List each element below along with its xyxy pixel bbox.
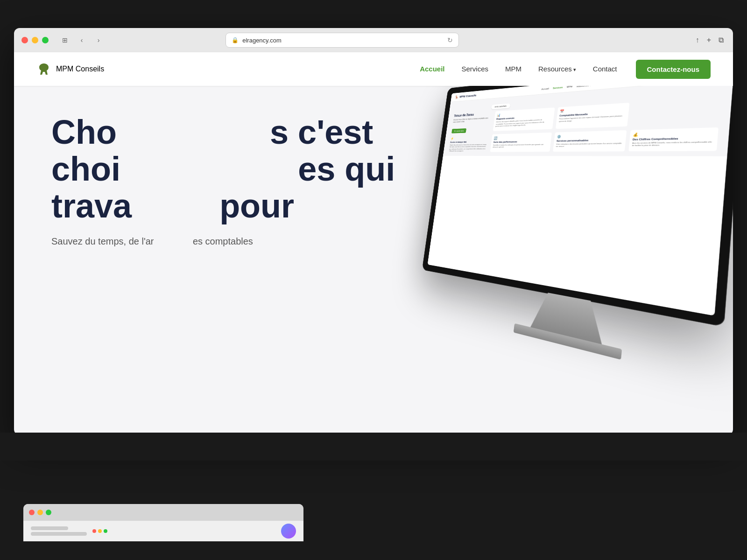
hero-title: Choisis MPM s c'est choisir des genes qu…: [51, 114, 395, 225]
inner-link-services: Services: [553, 86, 563, 90]
nav-link-contact[interactable]: Contact: [593, 65, 617, 73]
traffic-lights: [21, 37, 49, 43]
inner-logo-text: MPM Conseils: [459, 94, 477, 98]
monitor-mockup: 🦌 MPM Conseils Accueil Services MPM Reso…: [388, 86, 733, 417]
inner-link-mpm: MPM: [567, 86, 573, 89]
inner-service-chiffres: 💰 Des Chiffres Compréhensibles Avec les …: [628, 127, 719, 152]
second-dot-yellow: [98, 529, 102, 533]
second-dot-green: [104, 529, 107, 533]
second-browser-titlebar: [23, 504, 303, 521]
inner-suivi-text: Surveillez et suivez les métriques de pe…: [493, 143, 548, 148]
main-nav: MPM Conseils Accueil Services MPM Resour…: [14, 52, 733, 86]
lock-icon: 🔒: [232, 37, 239, 43]
sidebar-icon: ⊞: [62, 36, 68, 44]
inner-personnalise-text: Votre entreprise a des besoins particuli…: [556, 142, 622, 148]
inner-logo: 🦌 MPM Conseils: [455, 93, 477, 99]
inner-service-suivi: 🔄 Suivi des performances Surveillez et s…: [490, 133, 552, 152]
sidebar-toggle-button[interactable]: ⊞: [58, 34, 72, 47]
second-browser-content: [23, 521, 303, 541]
second-browser-line-2: [31, 532, 87, 536]
nav-link-mpm[interactable]: MPM: [505, 65, 521, 73]
forward-button[interactable]: ›: [92, 34, 106, 47]
inner-personnalise-title: Services personnalisables: [557, 138, 623, 142]
inner-service-rapports: 📊 Rapports avancés Générez des rapports …: [493, 107, 555, 131]
back-button[interactable]: ‹: [75, 34, 89, 47]
second-dot-red: [92, 529, 96, 533]
second-browser-line-1: [31, 526, 68, 530]
browser-controls: ⊞ ‹ ›: [58, 34, 106, 47]
nav-link-accueil[interactable]: Accueil: [420, 65, 444, 73]
tabs-button[interactable]: ⧉: [717, 34, 726, 46]
inner-logo-icon: 🦌: [455, 95, 459, 99]
second-minimize-button[interactable]: [37, 510, 43, 515]
minimize-button[interactable]: [32, 37, 38, 43]
browser-actions: ↑ + ⧉: [694, 34, 726, 46]
inner-service-comptabilite: 📅 Comptabilité Mensuelle Personnalisez l…: [556, 103, 630, 129]
bottom-bar: [0, 433, 747, 461]
logo-icon: [36, 62, 51, 77]
inner-chiffres-text: Avec les services de MPM Conseils, nous …: [632, 140, 714, 147]
inner-badge: ients satisfaits: [491, 103, 510, 109]
hero-section: Choisis MPM s c'est choisir des genes qu…: [14, 86, 733, 431]
logo-text: MPM Conseils: [56, 65, 104, 73]
nav-link-resources[interactable]: Resources: [538, 65, 576, 73]
inner-sidebar-title: Tenue de livres: [454, 112, 492, 118]
back-icon: ‹: [81, 36, 83, 44]
second-maximize-button[interactable]: [46, 510, 51, 515]
new-tab-button[interactable]: +: [705, 34, 713, 46]
inner-link-resources: Resources ▾: [577, 86, 591, 88]
inner-cta-btn: En savoir plus: [451, 128, 466, 133]
second-close-button[interactable]: [29, 510, 35, 515]
inner-services-grid: 📊 Rapports avancés Générez des rapports …: [490, 97, 721, 152]
second-traffic-lights: [29, 510, 51, 515]
inner-chiffres-title: Des Chiffres Compréhensibles: [633, 136, 714, 141]
browser-window: ⊞ ‹ › 🔒 ↻ ↑ + ⧉: [14, 28, 733, 435]
browser-titlebar: ⊞ ‹ › 🔒 ↻ ↑ + ⧉: [14, 28, 733, 52]
refresh-icon[interactable]: ↻: [447, 36, 453, 44]
url-input[interactable]: [242, 37, 444, 44]
inner-service-personnalise: ⚙️ Services personnalisables Votre entre…: [553, 130, 627, 152]
share-button[interactable]: ↑: [694, 34, 701, 46]
inner-sidebar-text: Assurez-vous d'être en règle au niveau c…: [453, 117, 491, 124]
cta-button[interactable]: Contactez-nous: [636, 60, 711, 79]
hero-subtitle: Sauvez du temps, de l'argent et... es co…: [51, 236, 395, 247]
address-bar: 🔒 ↻: [226, 33, 459, 48]
inner-sidebar: Tenue de livres Assurez-vous d'être en r…: [449, 112, 492, 152]
second-browser-avatar: [281, 524, 296, 539]
forward-icon: ›: [98, 36, 100, 44]
inner-content: Tenue de livres Assurez-vous d'être en r…: [448, 97, 724, 152]
nav-links: Accueil Services MPM Resources Contact: [420, 65, 617, 73]
close-button[interactable]: [21, 37, 28, 43]
inner-suivi-title: Suivi des performances: [493, 140, 549, 143]
second-browser-dots: [92, 529, 107, 533]
inner-personnalise-icon: ⚙️: [557, 133, 624, 139]
nav-logo: MPM Conseils: [36, 62, 104, 77]
inner-link-accueil: Accueil: [541, 87, 549, 91]
second-browser-window: [23, 504, 303, 541]
monitor-wrapper: 🦌 MPM Conseils Accueil Services MPM Reso…: [416, 86, 733, 406]
inner-suivi-icon: 🔄: [493, 135, 549, 140]
hero-text: Choisis MPM s c'est choisir des genes qu…: [51, 114, 395, 254]
second-browser-lines: [31, 526, 87, 536]
website-content: MPM Conseils Accueil Services MPM Resour…: [14, 52, 733, 435]
maximize-button[interactable]: [42, 37, 49, 43]
nav-link-services[interactable]: Services: [462, 65, 489, 73]
